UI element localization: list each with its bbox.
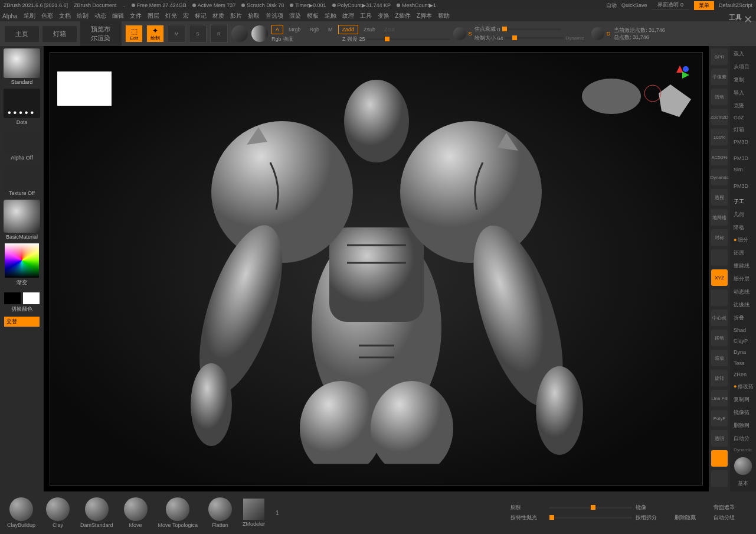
alpha-slot[interactable] bbox=[4, 131, 40, 154]
mirror-btn[interactable]: 镜像 bbox=[636, 504, 671, 512]
gizmo-btn-2[interactable]: S bbox=[189, 25, 207, 43]
rp-sub-3[interactable]: 还原 bbox=[731, 248, 755, 259]
menu-帮助[interactable]: 帮助 bbox=[438, 12, 450, 20]
sphere-btn-2[interactable] bbox=[251, 25, 268, 42]
brush-ZModeler[interactable]: ZModeler bbox=[243, 499, 265, 527]
focal-slider[interactable] bbox=[502, 28, 561, 30]
rp-sub-11[interactable]: Dyna bbox=[731, 347, 755, 357]
brush-Flatten[interactable]: Flatten bbox=[208, 497, 232, 528]
rp-sub-15[interactable]: 复制网 bbox=[731, 394, 755, 405]
mode-m[interactable]: M bbox=[325, 25, 336, 34]
tab-home[interactable]: 主页 bbox=[5, 26, 39, 42]
menu-文档[interactable]: 文档 bbox=[59, 12, 71, 20]
rp-sub-8[interactable]: 折叠 bbox=[731, 312, 755, 324]
rstrip-14[interactable]: 移动 bbox=[711, 330, 728, 346]
axis-gizmo[interactable] bbox=[669, 64, 690, 86]
menu-图层[interactable]: 图层 bbox=[148, 12, 159, 20]
rp-item-10[interactable]: Sim bbox=[731, 165, 755, 174]
menu-材质[interactable]: 材质 bbox=[212, 12, 224, 20]
menu-工具[interactable]: 工具 bbox=[360, 12, 372, 20]
rstrip-0[interactable]: BPR bbox=[711, 48, 728, 65]
sphere-btn-1[interactable] bbox=[231, 25, 248, 42]
rstrip-6[interactable]: Dynamic bbox=[711, 169, 728, 185]
swatch-white[interactable] bbox=[23, 292, 40, 304]
brush-DamStandard[interactable]: DamStandard bbox=[80, 497, 113, 528]
rstrip-13[interactable]: 中心点 bbox=[711, 310, 728, 326]
menu-渲染[interactable]: 渲染 bbox=[289, 12, 301, 20]
menu-编辑[interactable]: 编辑 bbox=[112, 12, 124, 20]
rp-sub-10[interactable]: ClayP bbox=[731, 336, 755, 346]
menu-标记[interactable]: 标记 bbox=[195, 12, 207, 20]
group-split-btn[interactable]: 按组拆分 bbox=[636, 514, 671, 522]
draw-btn[interactable]: ✦绘制 bbox=[146, 25, 164, 43]
mode-zcut[interactable]: Zcut bbox=[381, 25, 398, 34]
rp-item-9[interactable]: PM3D bbox=[731, 154, 755, 163]
swatch-black[interactable] bbox=[4, 292, 21, 304]
menu-首选项[interactable]: 首选项 bbox=[266, 12, 283, 20]
rstrip-15[interactable]: 缩放 bbox=[711, 350, 728, 366]
rp-sub-14[interactable]: 修改拓 bbox=[731, 381, 755, 392]
brush-Clay[interactable]: Clay bbox=[46, 497, 70, 528]
rp-ball[interactable] bbox=[734, 457, 752, 475]
gizmo-btn-1[interactable]: M bbox=[168, 25, 185, 43]
brush-thumb[interactable] bbox=[4, 48, 40, 78]
mode-a[interactable]: A bbox=[271, 25, 283, 34]
menu-影片[interactable]: 影片 bbox=[230, 12, 242, 20]
zint-slider[interactable] bbox=[367, 38, 450, 40]
menu-绘制[interactable]: 绘制 bbox=[77, 12, 89, 20]
rp-item-12[interactable]: PM3D bbox=[731, 181, 755, 191]
rp-sub-0[interactable]: 几何 bbox=[731, 209, 755, 220]
rp-sub-16[interactable]: 镜像拓 bbox=[731, 407, 755, 418]
menu-变换[interactable]: 变换 bbox=[378, 12, 390, 20]
brush-ClayBuildup[interactable]: ClayBuildup bbox=[7, 497, 35, 528]
alternate-btn[interactable]: 交替 bbox=[4, 317, 40, 327]
rstrip-4[interactable]: 100% bbox=[711, 129, 728, 145]
menu-笔刷[interactable]: 笔刷 bbox=[24, 12, 35, 20]
mode-zadd[interactable]: Zadd bbox=[338, 25, 359, 34]
material-thumb[interactable] bbox=[4, 200, 40, 233]
gizmo-btn-3[interactable]: R bbox=[210, 25, 228, 43]
rstrip-18[interactable]: PolyF bbox=[711, 410, 728, 426]
rp-sub-4[interactable]: 重建线 bbox=[731, 261, 755, 272]
rp-item-0[interactable]: 载入 bbox=[731, 48, 755, 60]
menu-动态[interactable]: 动态 bbox=[94, 12, 106, 20]
rp-sub-1[interactable]: 降格 bbox=[731, 222, 755, 233]
menu-btn[interactable]: 菜单 bbox=[694, 1, 714, 10]
mode-rgb[interactable]: Rgb bbox=[306, 25, 323, 34]
inflate-slider[interactable] bbox=[549, 507, 632, 509]
texture-slot[interactable] bbox=[4, 167, 40, 189]
rp-item-4[interactable]: 克隆 bbox=[731, 100, 755, 112]
menu-文件[interactable]: 文件 bbox=[130, 12, 142, 20]
rp-item-11[interactable] bbox=[731, 176, 755, 180]
tab-lightbox[interactable]: 灯箱 bbox=[42, 26, 77, 42]
menu-纹理[interactable]: 纹理 bbox=[342, 12, 354, 20]
rp-sub-9[interactable]: Shad bbox=[731, 325, 755, 335]
auto-btn[interactable]: 自动 bbox=[606, 2, 617, 9]
rstrip-9[interactable]: 对称 bbox=[711, 229, 728, 246]
brush-Move[interactable]: Move bbox=[124, 497, 148, 528]
brush-size-slider[interactable] bbox=[505, 37, 564, 39]
rstrip-20[interactable] bbox=[711, 450, 728, 467]
menu-笔触[interactable]: 笔触 bbox=[325, 12, 336, 20]
thumbnail-box[interactable] bbox=[57, 71, 112, 106]
rstrip-8[interactable]: 地网格 bbox=[711, 209, 728, 226]
rp-dynamic[interactable]: Dynamic bbox=[731, 445, 755, 454]
menu-色彩[interactable]: 色彩 bbox=[41, 12, 53, 20]
stroke-thumb[interactable]: ••••• bbox=[4, 89, 40, 118]
rp-sub-17[interactable]: 删除网 bbox=[731, 420, 755, 431]
rstrip-10[interactable] bbox=[711, 249, 728, 266]
color-picker[interactable] bbox=[5, 243, 39, 278]
rp-sub-6[interactable]: 动态线 bbox=[731, 286, 755, 298]
menu-Z脚本[interactable]: Z脚本 bbox=[417, 12, 432, 20]
rstrip-17[interactable]: Line Fill bbox=[711, 390, 728, 406]
menu-Alpha[interactable]: Alpha bbox=[2, 13, 18, 19]
rp-sub-12[interactable]: Tess bbox=[731, 359, 755, 368]
edit-btn[interactable]: ⬚Edit bbox=[125, 25, 143, 43]
menu-Z插件[interactable]: Z插件 bbox=[395, 12, 411, 20]
rp-sub-7[interactable]: 边缘线 bbox=[731, 299, 755, 311]
rstrip-2[interactable]: 活动 bbox=[711, 89, 728, 105]
polish-slider[interactable] bbox=[549, 517, 632, 519]
menu-灯光[interactable]: 灯光 bbox=[165, 12, 177, 20]
menu-宏[interactable]: 宏 bbox=[183, 12, 189, 20]
rstrip-19[interactable]: 透明 bbox=[711, 430, 728, 447]
